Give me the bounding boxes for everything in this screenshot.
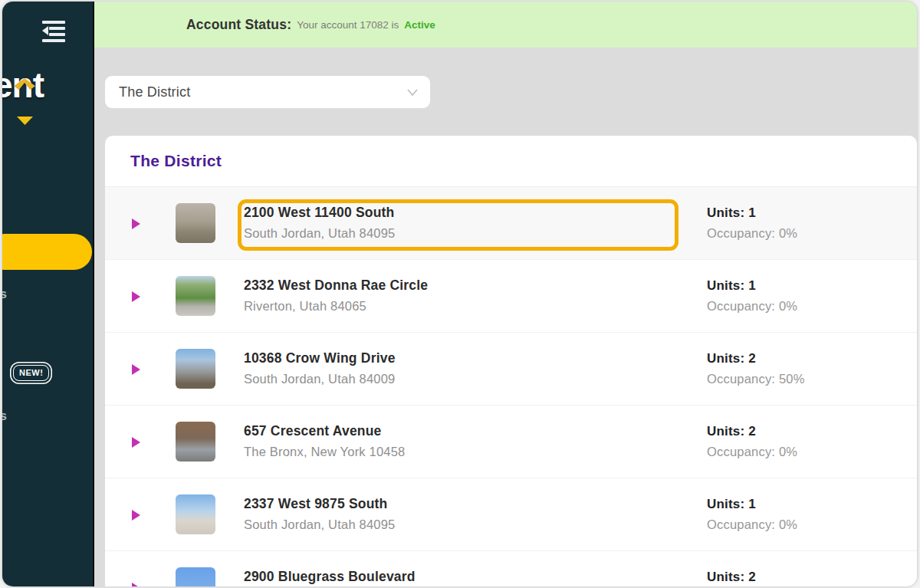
property-stats: Units: 2Occupancy: 50%: [707, 351, 805, 386]
account-status-banner: Account Status: Your account 17082 is Ac…: [94, 2, 917, 48]
property-address-block: 2337 West 9875 SouthSouth Jordan, Utah 8…: [244, 496, 395, 532]
row-expand-caret-icon[interactable]: [132, 364, 140, 375]
property-address: 2332 West Donna Rae Circle: [244, 278, 428, 294]
property-location: South Jordan, Utah 84009: [244, 372, 396, 386]
sidebar-item-label-fragment[interactable]: s: [2, 409, 7, 423]
collapse-sidebar-icon[interactable]: [42, 20, 65, 41]
property-location: South Jordan, Utah 84095: [244, 226, 395, 241]
row-expand-caret-icon[interactable]: [132, 510, 140, 521]
property-address-block: 10368 Crow Wing DriveSouth Jordan, Utah …: [244, 350, 396, 386]
property-photo: [176, 567, 215, 586]
property-occupancy: Occupancy: 0%: [707, 445, 797, 459]
property-occupancy: Occupancy: 50%: [707, 372, 805, 386]
account-status-value: Active: [404, 19, 435, 31]
property-address: 2900 Bluegrass Boulevard: [244, 569, 416, 585]
property-stats: Units: 1Occupancy: 0%: [707, 278, 797, 314]
property-occupancy: Occupancy: 0%: [707, 299, 797, 314]
account-status-message: Your account 17082 is: [297, 19, 399, 31]
property-group-select-value: The District: [119, 84, 190, 100]
property-address: 657 Crescent Avenue: [244, 423, 405, 439]
sidebar-active-item[interactable]: [2, 234, 92, 270]
property-address: 2100 West 11400 South: [244, 205, 395, 221]
property-units: Units: 1: [707, 205, 797, 221]
property-address-block: 657 Crescent AvenueThe Bronx, New York 1…: [244, 423, 405, 459]
main-content: Account Status: Your account 17082 is Ac…: [94, 2, 917, 586]
property-photo: [176, 203, 215, 243]
property-address: 2337 West 9875 South: [244, 496, 395, 512]
collapse-arrow-icon: [42, 26, 48, 35]
property-units: Units: 1: [707, 497, 797, 512]
app-window: ent s NEW! s Account Status: Your accoun…: [2, 2, 917, 586]
account-status-text: Account Status: Your account 17082 is Ac…: [186, 2, 435, 48]
property-stats: Units: 2: [707, 570, 756, 586]
property-row[interactable]: 657 Crescent AvenueThe Bronx, New York 1…: [105, 406, 917, 478]
sidebar-item-label-fragment[interactable]: s: [2, 287, 7, 301]
row-expand-caret-icon[interactable]: [132, 218, 140, 229]
collapse-icon-bar: [49, 27, 65, 30]
collapse-icon-bar: [49, 33, 65, 36]
property-location: South Jordan, Utah 84095: [244, 517, 395, 532]
property-units: Units: 2: [707, 351, 805, 366]
page-title: The District: [130, 152, 222, 170]
property-row[interactable]: 2100 West 11400 SouthSouth Jordan, Utah …: [105, 187, 917, 260]
card-header: The District: [105, 136, 917, 187]
property-photo: [176, 494, 215, 534]
property-stats: Units: 2Occupancy: 0%: [707, 424, 797, 459]
property-address-block: 2900 Bluegrass Boulevard: [244, 569, 416, 586]
property-photo: [176, 422, 215, 462]
new-badge: NEW!: [13, 365, 49, 381]
app-logo: ent: [2, 67, 62, 129]
property-photo: [176, 276, 215, 316]
property-location: Riverton, Utah 84065: [244, 299, 428, 314]
property-address-block: 2332 West Donna Rae CircleRiverton, Utah…: [244, 278, 428, 314]
property-occupancy: Occupancy: 0%: [707, 517, 797, 532]
property-address-block: 2100 West 11400 SouthSouth Jordan, Utah …: [244, 205, 395, 241]
row-expand-caret-icon[interactable]: [132, 291, 140, 302]
property-row[interactable]: 2337 West 9875 SouthSouth Jordan, Utah 8…: [105, 478, 917, 551]
property-units: Units: 1: [707, 278, 797, 294]
property-row[interactable]: 2332 West Donna Rae CircleRiverton, Utah…: [105, 260, 917, 333]
property-row[interactable]: 10368 Crow Wing DriveSouth Jordan, Utah …: [105, 333, 917, 406]
property-units: Units: 2: [707, 570, 756, 585]
row-expand-caret-icon[interactable]: [132, 583, 140, 586]
sidebar: ent s NEW! s: [2, 2, 94, 586]
collapse-icon-bar: [42, 39, 65, 42]
row-expand-caret-icon[interactable]: [132, 437, 140, 448]
property-stats: Units: 1Occupancy: 0%: [707, 205, 797, 241]
property-list-card: The District 2100 West 11400 SouthSouth …: [105, 136, 917, 586]
property-occupancy: Occupancy: 0%: [707, 226, 797, 241]
property-location: The Bronx, New York 10458: [244, 445, 405, 459]
property-address: 10368 Crow Wing Drive: [244, 350, 396, 366]
logo-down-arrow-icon: [17, 117, 33, 125]
chevron-down-icon: [407, 89, 418, 96]
property-photo: [176, 349, 215, 389]
property-stats: Units: 1Occupancy: 0%: [707, 497, 797, 532]
property-rows: 2100 West 11400 SouthSouth Jordan, Utah …: [105, 187, 917, 586]
collapse-icon-bar: [42, 21, 65, 24]
property-row[interactable]: 2900 Bluegrass BoulevardUnits: 2: [105, 551, 917, 586]
property-units: Units: 2: [707, 424, 797, 439]
account-status-label: Account Status:: [186, 17, 291, 33]
property-group-select[interactable]: The District: [105, 76, 430, 108]
